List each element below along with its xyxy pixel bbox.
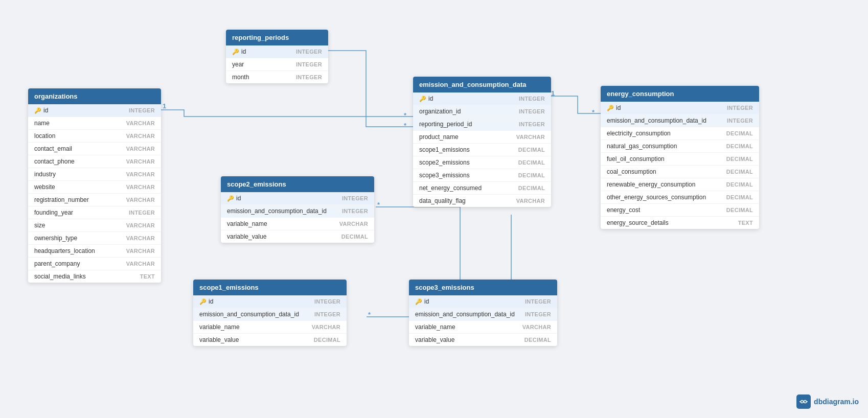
table-row: electricity_consumptionDECIMAL [601, 127, 759, 140]
table-row: websiteVARCHAR [28, 181, 161, 194]
table-organizations[interactable]: organizations 🔑id INTEGER nameVARCHAR lo… [28, 88, 161, 283]
cardinality-ec-star: * [592, 108, 595, 116]
table-row: variable_valueDECIMAL [221, 230, 374, 243]
table-row: 🔑id INTEGER [226, 45, 328, 58]
table-row: emission_and_consumption_data_idINTEGER [221, 205, 374, 218]
table-row: social_media_linksTEXT [28, 270, 161, 283]
table-row: headquarters_locationVARCHAR [28, 245, 161, 258]
table-row: 🔑id INTEGER [413, 92, 551, 105]
logo-text: dbdiagram.io [814, 398, 859, 406]
table-row: 🔑id INTEGER [409, 295, 557, 308]
table-row: yearINTEGER [226, 58, 328, 71]
table-row: scope3_emissionsDECIMAL [413, 169, 551, 182]
table-row: sizeVARCHAR [28, 219, 161, 232]
svg-point-1 [804, 401, 807, 403]
cardinality-ecd-1: 1 [551, 89, 555, 97]
table-row: product_nameVARCHAR [413, 131, 551, 144]
logo-area: dbdiagram.io [796, 394, 859, 409]
table-emission-consumption-data[interactable]: emission_and_consumption_data 🔑id INTEGE… [413, 77, 551, 207]
pk-icon: 🔑 [227, 195, 234, 202]
table-row: emission_and_consumption_data_idINTEGER [601, 114, 759, 127]
pk-icon: 🔑 [415, 298, 422, 305]
table-header-scope2: scope2_emissions [221, 176, 374, 192]
pk-icon: 🔑 [419, 96, 426, 102]
table-row: founding_yearINTEGER [28, 206, 161, 219]
table-row: renewable_energy_consumptionDECIMAL [601, 178, 759, 191]
table-header-reporting-periods: reporting_periods [226, 30, 328, 45]
table-row: ownership_typeVARCHAR [28, 232, 161, 245]
table-row: 🔑id INTEGER [221, 192, 374, 205]
table-scope3-emissions[interactable]: scope3_emissions 🔑id INTEGER emission_an… [409, 280, 557, 346]
table-row: registration_numberVARCHAR [28, 194, 161, 206]
table-row: emission_and_consumption_data_idINTEGER [409, 308, 557, 321]
table-row: variable_nameVARCHAR [193, 321, 347, 334]
table-row: organization_idINTEGER [413, 105, 551, 118]
cardinality-org-star: * [404, 111, 406, 119]
table-row: other_energy_sources_consumptionDECIMAL [601, 191, 759, 204]
table-header-energy-consumption: energy_consumption [601, 86, 759, 102]
table-row: emission_and_consumption_data_idINTEGER [193, 308, 347, 321]
db-icon [796, 394, 811, 409]
cardinality-rp-star: * [404, 122, 406, 129]
table-row: industryVARCHAR [28, 168, 161, 181]
pk-icon: 🔑 [232, 49, 239, 55]
cardinality-s1-star: * [368, 311, 371, 318]
table-row: parent_companyVARCHAR [28, 258, 161, 270]
pk-icon: 🔑 [607, 105, 614, 111]
table-reporting-periods[interactable]: reporting_periods 🔑id INTEGER yearINTEGE… [226, 30, 328, 83]
table-row: data_quality_flagVARCHAR [413, 195, 551, 207]
table-header-emission-consumption: emission_and_consumption_data [413, 77, 551, 92]
table-row: energy_costDECIMAL [601, 204, 759, 217]
table-header-organizations: organizations [28, 88, 161, 104]
table-row: net_energy_consumedDECIMAL [413, 182, 551, 195]
cardinality-s2-star: * [377, 201, 380, 208]
diagram-canvas: 1 * 1 * 1 * * * * organizations 🔑id INTE… [0, 0, 868, 418]
table-row: variable_valueDECIMAL [193, 334, 347, 346]
table-header-scope3: scope3_emissions [409, 280, 557, 295]
table-row: variable_valueDECIMAL [409, 334, 557, 346]
table-scope1-emissions[interactable]: scope1_emissions 🔑id INTEGER emission_an… [193, 280, 347, 346]
table-row: monthINTEGER [226, 71, 328, 83]
table-row: fuel_oil_consumptionDECIMAL [601, 153, 759, 166]
table-row: scope1_emissionsDECIMAL [413, 144, 551, 156]
pk-icon: 🔑 [199, 298, 207, 305]
table-row: nameVARCHAR [28, 117, 161, 130]
table-row: scope2_emissionsDECIMAL [413, 156, 551, 169]
table-row: 🔑id INTEGER [193, 295, 347, 308]
table-row: natural_gas_consumptionDECIMAL [601, 140, 759, 153]
table-header-scope1: scope1_emissions [193, 280, 347, 295]
table-row: 🔑id INTEGER [28, 104, 161, 117]
table-row: variable_nameVARCHAR [409, 321, 557, 334]
table-row: variable_nameVARCHAR [221, 218, 374, 230]
svg-point-0 [801, 401, 804, 403]
pk-icon: 🔑 [34, 107, 41, 114]
table-row: contact_emailVARCHAR [28, 143, 161, 155]
table-scope2-emissions[interactable]: scope2_emissions 🔑id INTEGER emission_an… [221, 176, 374, 243]
table-energy-consumption[interactable]: energy_consumption 🔑id INTEGER emission_… [601, 86, 759, 229]
table-row: locationVARCHAR [28, 130, 161, 143]
table-row: 🔑id INTEGER [601, 102, 759, 114]
table-row: coal_consumptionDECIMAL [601, 166, 759, 178]
table-row: contact_phoneVARCHAR [28, 155, 161, 168]
cardinality-org-1: 1 [163, 102, 166, 110]
table-row: reporting_period_idINTEGER [413, 118, 551, 131]
table-row: energy_source_detailsTEXT [601, 217, 759, 229]
